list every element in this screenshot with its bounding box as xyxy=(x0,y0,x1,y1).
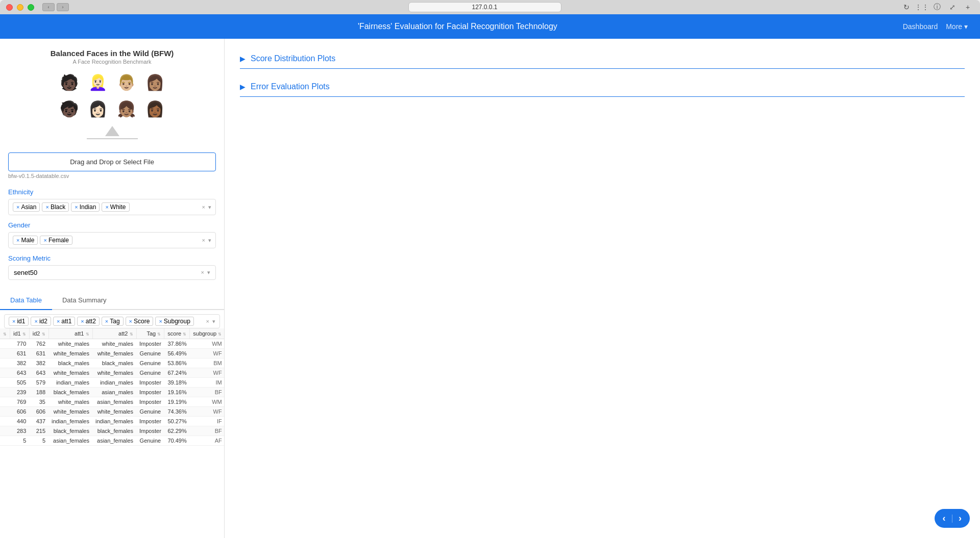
section-score-dist[interactable]: ▶ Score Distribution Plots xyxy=(240,49,965,69)
table-cell: asian_females xyxy=(92,436,136,446)
table-cell: Genuine xyxy=(136,349,164,358)
gender-label: Gender xyxy=(8,221,216,229)
th-id2[interactable]: id2 ⇅ xyxy=(29,328,48,339)
th-tag[interactable]: Tag ⇅ xyxy=(136,328,164,339)
th-att1[interactable]: att1 ⇅ xyxy=(48,328,92,339)
table-cell: black_males xyxy=(48,358,92,368)
upload-button[interactable]: Drag and Drop or Select File xyxy=(8,152,216,171)
table-row: 606606white_femaleswhite_femalesGenuine7… xyxy=(0,407,224,417)
table-cell: Imposter xyxy=(136,417,164,426)
table-cell: 37.86% xyxy=(164,339,190,349)
th-id1[interactable]: id1 ⇅ xyxy=(10,328,30,339)
th-att2[interactable]: att2 ⇅ xyxy=(92,328,136,339)
avatar-3: 👨🏼 xyxy=(115,71,138,93)
column-select[interactable]: × id1 × id2 × att1 × att2 × Tag × Score xyxy=(4,314,220,328)
tabs-row: Data Table Data Summary xyxy=(0,291,224,310)
tag-black-remove[interactable]: × xyxy=(45,204,48,210)
tab-data-table[interactable]: Data Table xyxy=(0,291,52,310)
col-att2[interactable]: × att2 xyxy=(77,317,99,326)
col-tag[interactable]: × Tag xyxy=(102,317,124,326)
avatar-7: 👧🏽 xyxy=(115,97,138,120)
table-cell: 505 xyxy=(10,378,30,388)
bfw-title: Balanced Faces in the Wild (BFW) xyxy=(8,49,216,58)
gender-select[interactable]: × Male × Female × ▾ xyxy=(8,232,216,248)
table-cell: 53.86% xyxy=(164,358,190,368)
nav-dashboard[interactable]: Dashboard xyxy=(903,22,938,31)
table-cell: WM xyxy=(190,339,224,349)
section-error-eval[interactable]: ▶ Error Evaluation Plots xyxy=(240,77,965,97)
avatar-6: 👩🏻 xyxy=(87,97,109,120)
table-cell: indian_females xyxy=(48,417,92,426)
tag-male[interactable]: × Male xyxy=(13,236,38,245)
fullscreen-icon[interactable]: ⤢ xyxy=(946,1,959,13)
table-cell: 19.16% xyxy=(164,388,190,397)
close-button[interactable] xyxy=(6,4,13,11)
column-select-arrow[interactable]: × ▾ xyxy=(206,318,215,325)
bfw-faces: 🧑🏿 👱🏻‍♀️ 👨🏼 👩🏽 🧒🏿 👩🏻 👧🏽 👩🏾 xyxy=(8,71,216,139)
grid-icon[interactable]: ⋮⋮ xyxy=(916,1,928,13)
col-subgroup[interactable]: × Subgroup xyxy=(155,317,193,326)
table-cell: WF xyxy=(190,368,224,378)
ethnicity-arrow[interactable]: × ▾ xyxy=(202,204,211,211)
ethnicity-filter: Ethnicity × Asian × Black × Indian × Whi… xyxy=(0,185,224,218)
table-cell: indian_females xyxy=(92,417,136,426)
gender-arrow[interactable]: × ▾ xyxy=(202,237,211,244)
tag-white-remove[interactable]: × xyxy=(105,204,108,210)
tag-white[interactable]: × White xyxy=(102,202,129,212)
address-bar[interactable]: 127.0.0.1 xyxy=(408,2,561,12)
th-sort[interactable]: ⇅ xyxy=(0,328,10,339)
tag-asian-remove[interactable]: × xyxy=(16,204,19,210)
tab-data-summary[interactable]: Data Summary xyxy=(52,291,117,310)
table-cell: 606 xyxy=(29,407,48,417)
back-button[interactable]: ‹ xyxy=(42,3,55,11)
table-cell: asian_females xyxy=(92,397,136,407)
col-id2[interactable]: × id2 xyxy=(31,317,51,326)
col-score[interactable]: × Score xyxy=(126,317,154,326)
table-cell: AF xyxy=(190,436,224,446)
table-cell: 770 xyxy=(10,339,30,349)
table-cell: 579 xyxy=(29,378,48,388)
data-table: ⇅ id1 ⇅ id2 ⇅ att1 ⇅ att2 ⇅ Tag ⇅ score … xyxy=(0,328,224,446)
forward-button[interactable]: › xyxy=(57,3,69,11)
table-cell: BF xyxy=(190,388,224,397)
scoring-arrow[interactable]: ▾ xyxy=(207,269,210,276)
refresh-icon[interactable]: ↻ xyxy=(900,1,913,13)
th-subgroup[interactable]: subgroup ⇅ xyxy=(190,328,224,339)
tag-asian[interactable]: × Asian xyxy=(13,202,40,212)
upload-section: Drag and Drop or Select File bfw-v0.1.5-… xyxy=(0,148,224,185)
tag-female-remove[interactable]: × xyxy=(43,237,46,243)
minimize-button[interactable] xyxy=(17,4,23,11)
tag-indian-remove[interactable]: × xyxy=(75,204,78,210)
tag-male-remove[interactable]: × xyxy=(16,237,19,243)
th-score[interactable]: score ⇅ xyxy=(164,328,190,339)
tag-black[interactable]: × Black xyxy=(42,202,69,212)
info-icon[interactable]: ⓘ xyxy=(931,1,943,13)
tag-indian[interactable]: × Indian xyxy=(71,202,100,212)
table-cell: indian_males xyxy=(48,378,92,388)
ethnicity-select[interactable]: × Asian × Black × Indian × White × ▾ xyxy=(8,199,216,215)
nav-next-arrow[interactable]: › xyxy=(959,513,962,524)
add-icon[interactable]: + xyxy=(962,1,974,13)
table-cell: 70.49% xyxy=(164,436,190,446)
table-cell: Imposter xyxy=(136,339,164,349)
table-cell: 215 xyxy=(29,426,48,436)
table-cell: black_females xyxy=(92,426,136,436)
table-cell: white_females xyxy=(48,349,92,358)
left-panel: Balanced Faces in the Wild (BFW) A Face … xyxy=(0,39,225,538)
table-cell: Genuine xyxy=(136,358,164,368)
maximize-button[interactable] xyxy=(28,4,34,11)
col-att1[interactable]: × att1 xyxy=(53,317,75,326)
table-cell: BM xyxy=(190,358,224,368)
tag-female[interactable]: × Female xyxy=(40,236,72,245)
nav-bottom-right[interactable]: ‹ › xyxy=(935,509,970,528)
table-cell: asian_females xyxy=(48,436,92,446)
nav-more[interactable]: More ▾ xyxy=(946,22,968,31)
data-table-wrap[interactable]: ⇅ id1 ⇅ id2 ⇅ att1 ⇅ att2 ⇅ Tag ⇅ score … xyxy=(0,328,224,446)
table-row: 505579indian_malesindian_malesImposter39… xyxy=(0,378,224,388)
scoring-select[interactable]: senet50 × ▾ xyxy=(8,265,216,280)
nav-prev-arrow[interactable]: ‹ xyxy=(943,513,946,524)
nav-divider xyxy=(952,515,953,523)
table-cell: WM xyxy=(190,397,224,407)
col-id1[interactable]: × id1 xyxy=(9,317,29,326)
scoring-clear[interactable]: × xyxy=(201,269,204,276)
